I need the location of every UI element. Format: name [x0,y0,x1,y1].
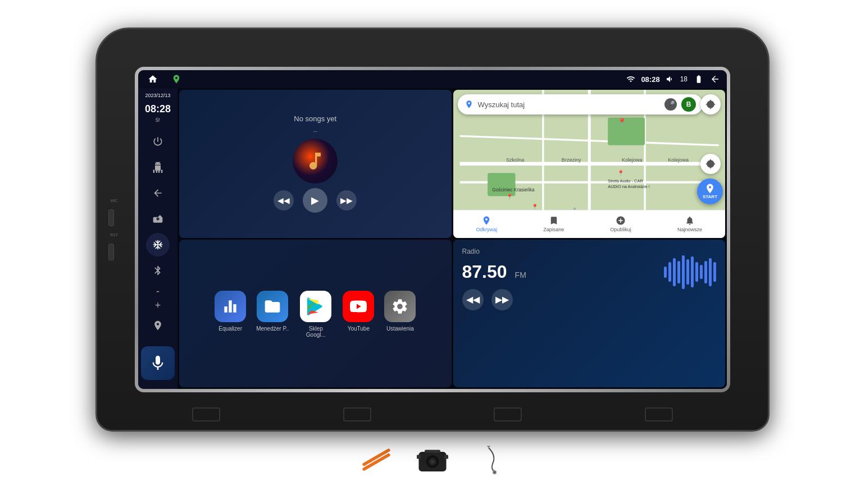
svg-text:AUDIO na Androidzie !: AUDIO na Androidzie ! [608,184,650,189]
voice-button[interactable] [141,346,175,380]
play-pause-button[interactable]: ▶ [303,188,327,213]
sidebar-snowflake-button[interactable] [146,233,170,256]
wave-bar [682,255,685,289]
youtube-app-label: YouTube [348,326,370,332]
svg-rect-7 [608,117,645,145]
sidebar: 2023/12/13 08:28 śr [138,88,177,389]
mount-4 [645,407,673,421]
radio-prev-button[interactable]: ◀◀ [462,289,484,310]
sidebar-bluetooth-button[interactable] [146,259,170,282]
map-nav-discover[interactable]: Odkrywaj [476,216,498,232]
svg-text:Szkolna: Szkolna [506,157,525,163]
svg-rect-30 [444,455,448,459]
sidebar-power-button[interactable] [146,130,170,153]
radio-panel: Radio 87.50 FM ◀◀ ▶▶ [453,240,726,388]
map-location-button[interactable] [700,154,721,174]
svg-text:Kolejowa: Kolejowa [668,157,689,163]
pry-tools [357,443,396,476]
svg-text:Gościniec Krasieńka: Gościniec Krasieńka [492,187,534,193]
radio-band: FM [515,271,526,280]
screen-bezel: 08:28 18 [135,67,730,392]
svg-point-33 [431,460,435,464]
next-track-button[interactable]: ▶▶ [336,190,357,210]
map-settings-button[interactable] [700,94,721,114]
mic-label: MIC [108,199,120,203]
playstore-app-icon [300,291,331,322]
no-songs-label: No songs yet [294,114,336,123]
app-item-playstore[interactable]: Sklep Googl... [299,291,333,338]
music-time-label: -- [313,127,317,134]
svg-text:📍: 📍 [617,117,626,127]
panels-grid: No songs yet -- ◀◀ ▶ ▶▶ [177,88,727,389]
volume-up-indicator[interactable]: + [155,300,161,311]
radio-label: Radio [462,248,717,255]
equalizer-app-label: Equalizer [218,326,242,332]
accessories [357,443,508,476]
sidebar-clock: 08:28 [145,104,171,115]
radio-next-button[interactable]: ▶▶ [491,289,513,310]
map-search-bar[interactable]: Wyszukaj tutaj 🎤 B [458,94,703,114]
sidebar-radio-button[interactable] [146,207,170,231]
prev-track-button[interactable]: ◀◀ [274,190,294,210]
map-start-button[interactable]: START [697,178,723,204]
music-panel: No songs yet -- ◀◀ ▶ ▶▶ [179,90,452,238]
wave-bar [677,261,680,283]
side-btn-2[interactable] [108,244,114,260]
wave-bar [691,256,694,287]
battery-icon [693,75,704,84]
sidebar-android-button[interactable] [146,155,170,179]
rst-label: RST [108,233,120,237]
map-nav-saved[interactable]: Zapisane [543,216,564,232]
sidebar-location-button[interactable] [146,314,170,337]
app-item-youtube[interactable]: YouTube [343,291,374,332]
radio-controls: ◀◀ ▶▶ [462,289,717,310]
playstore-app-label: Sklep Googl... [299,326,333,338]
status-bar-left [145,74,184,85]
radio-waveform [664,261,716,283]
equalizer-app-icon [215,291,246,322]
svg-point-36 [494,471,495,473]
car-mounts [97,407,768,421]
car-unit: 08:28 18 [95,28,770,432]
map-nav-publish[interactable]: Opublikuj [610,216,631,232]
home-icon[interactable] [145,74,161,85]
sidebar-back-button[interactable] [146,181,170,205]
radio-frequency: 87.50 [462,262,507,282]
wave-bar [686,259,689,285]
settings-app-label: Ustawienia [386,326,414,332]
wave-bar [668,262,671,282]
app-item-equalizer[interactable]: Equalizer [215,291,246,332]
wave-bar [673,258,676,286]
map-panel[interactable]: Szkolna Brzeziny Kolejowa Kolejowa U LID… [453,90,726,238]
status-bar-right: 08:28 18 [626,74,720,84]
map-avatar[interactable]: B [681,97,696,112]
svg-text:Brzeziny: Brzeziny [561,157,581,163]
map-search-text: Wyszukaj tutaj [478,100,661,109]
sidebar-date: 2023/12/13 [145,93,170,99]
mount-3 [494,407,522,421]
files-app-icon [257,291,288,322]
svg-rect-8 [488,173,515,196]
apps-panel: Equalizer Menedżer P.. [179,240,452,388]
music-controls: ◀◀ ▶ ▶▶ [274,188,357,213]
aux-cable [469,443,508,476]
app-item-settings[interactable]: Ustawienia [384,291,416,332]
map-content: Szkolna Brzeziny Kolejowa Kolejowa U LID… [453,90,726,238]
wave-bar [700,265,703,279]
volume-down-indicator[interactable]: - [156,286,160,297]
side-btn-1[interactable] [108,209,114,226]
mount-2 [343,407,371,421]
map-bottom-nav: Odkrywaj Zapisane Opublikuj [453,210,726,238]
youtube-app-icon [343,291,374,322]
main-content: 2023/12/13 08:28 śr [138,88,727,389]
back-icon[interactable] [710,74,720,84]
svg-text:Kolejowa: Kolejowa [621,157,643,163]
map-mic-button[interactable]: 🎤 [664,98,677,111]
radio-freq-row: 87.50 FM [462,261,717,283]
settings-app-icon [384,291,416,322]
maps-icon[interactable] [169,74,184,85]
svg-text:Strefa Audio - CAR: Strefa Audio - CAR [608,178,643,184]
map-nav-latest[interactable]: Najnowsze [677,216,702,232]
app-item-files[interactable]: Menedżer P.. [256,291,289,332]
wave-bar [695,262,698,282]
